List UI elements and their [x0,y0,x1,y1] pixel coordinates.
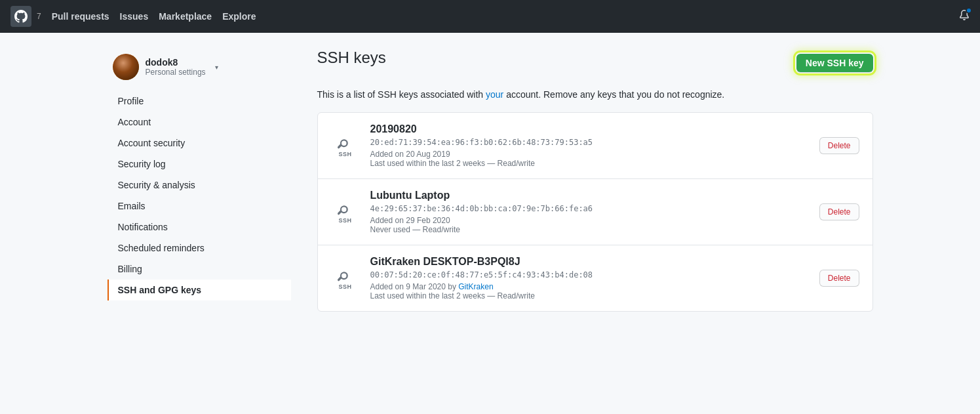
page-header-row: SSH keys New SSH key [317,49,873,77]
table-row: SSH 20190820 20:ed:71:39:54:ea:96:f3:b0:… [318,113,872,179]
top-navigation: 7 Pull requests Issues Marketplace Explo… [0,0,980,33]
ssh-key-info-2: Lubuntu Laptop 4e:29:65:37:be:36:4d:0b:b… [370,190,809,234]
sidebar-subtitle: Personal settings [146,68,206,77]
ssh-key-name-1: 20190820 [370,123,809,135]
notification-badge [966,7,972,14]
ssh-key-lastused-3: Last used within the last 2 weeks — Read… [370,291,535,300]
sidebar-item-billing[interactable]: Billing [108,259,291,279]
sidebar-item-profile[interactable]: Profile [108,91,291,112]
issues-link[interactable]: Issues [120,11,149,22]
sidebar-item-scheduled-reminders-link[interactable]: Scheduled reminders [108,238,291,259]
ssh-badge-3: SSH [338,283,351,290]
ssh-keys-list: SSH 20190820 20:ed:71:39:54:ea:96:f3:b0:… [317,112,873,312]
ssh-key-meta-1: Added on 20 Aug 2019 Last used within th… [370,150,809,168]
ssh-key-lastused-1: Last used within the last 2 weeks — Read… [370,159,535,168]
ssh-key-name-3: GitKraken DESKTOP-B3PQI8J [370,256,809,268]
sidebar-item-emails[interactable]: Emails [108,196,291,217]
ssh-key-added-1: Added on 20 Aug 2019 [370,150,450,159]
new-ssh-key-button[interactable]: New SSH key [796,54,873,72]
page-description: This is a list of SSH keys associated wi… [317,88,873,102]
ssh-key-fingerprint-1: 20:ed:71:39:54:ea:96:f3:b0:62:6b:48:73:7… [370,138,809,147]
sidebar-item-profile-link[interactable]: Profile [108,91,291,112]
sidebar-item-scheduled-reminders[interactable]: Scheduled reminders [108,238,291,259]
ssh-key-info-1: 20190820 20:ed:71:39:54:ea:96:f3:b0:62:6… [370,123,809,168]
logo-box [10,6,31,27]
sidebar-item-notifications[interactable]: Notifications [108,217,291,238]
sidebar-item-account-link[interactable]: Account [108,112,291,133]
your-account-link[interactable]: your [486,89,503,100]
sidebar-item-ssh-gpg-keys-link[interactable]: SSH and GPG keys [108,279,291,300]
sidebar-item-emails-link[interactable]: Emails [108,196,291,217]
ssh-key-added-3: Added on 9 Mar 2020 by GitKraken [370,282,494,291]
ssh-badge-2: SSH [338,217,351,224]
ssh-key-fingerprint-3: 00:07:5d:20:ce:0f:48:77:e5:5f:c4:93:43:b… [370,270,809,279]
ssh-key-icon-3: SSH [331,266,360,290]
sidebar-user: dodok8 Personal settings ▾ [108,49,291,91]
explore-link[interactable]: Explore [222,11,256,22]
ssh-key-added-2: Added on 29 Feb 2020 [370,216,450,225]
marketplace-link[interactable]: Marketplace [159,11,212,22]
page-title: SSH keys [317,49,386,67]
sidebar-item-ssh-gpg-keys[interactable]: SSH and GPG keys [108,279,291,300]
sidebar-item-account-security[interactable]: Account security [108,133,291,154]
notifications-bell[interactable] [959,10,970,24]
sidebar-navigation: Profile Account Account security Securit… [108,91,291,300]
ssh-key-icon-2: SSH [331,200,360,224]
delete-button-1[interactable]: Delete [819,137,859,154]
sidebar-item-account-security-link[interactable]: Account security [108,133,291,154]
gitkraken-link[interactable]: GitKraken [458,282,493,291]
table-row: SSH Lubuntu Laptop 4e:29:65:37:be:36:4d:… [318,179,872,245]
ssh-key-fingerprint-2: 4e:29:65:37:be:36:4d:0b:bb:ca:07:9e:7b:6… [370,204,809,213]
avatar [113,54,139,80]
sidebar-item-account[interactable]: Account [108,112,291,133]
ssh-key-meta-3: Added on 9 Mar 2020 by GitKraken Last us… [370,282,809,300]
sidebar-item-billing-link[interactable]: Billing [108,259,291,279]
main-content: SSH keys New SSH key This is a list of S… [291,49,873,312]
sidebar-item-security-log-link[interactable]: Security log [108,154,291,175]
ssh-key-meta-2: Added on 29 Feb 2020 Never used — Read/w… [370,216,809,234]
sidebar: dodok8 Personal settings ▾ Profile Accou… [108,49,291,312]
ssh-key-icon-1: SSH [331,134,360,157]
table-row: SSH GitKraken DESKTOP-B3PQI8J 00:07:5d:2… [318,245,872,311]
ssh-key-lastused-2: Never used — Read/write [370,225,460,234]
delete-button-2[interactable]: Delete [819,203,859,220]
chevron-down-icon[interactable]: ▾ [215,64,218,71]
delete-button-3[interactable]: Delete [819,270,859,287]
logo-area: 7 [10,6,41,27]
pull-requests-link[interactable]: Pull requests [52,11,109,22]
ssh-key-name-2: Lubuntu Laptop [370,190,809,201]
sidebar-item-notifications-link[interactable]: Notifications [108,217,291,238]
sidebar-item-security-analysis[interactable]: Security & analysis [108,175,291,196]
ssh-badge-1: SSH [338,151,351,157]
sidebar-item-security-log[interactable]: Security log [108,154,291,175]
ssh-key-info-3: GitKraken DESKTOP-B3PQI8J 00:07:5d:20:ce… [370,256,809,300]
logo-number: 7 [37,12,41,21]
sidebar-username: dodok8 [146,57,206,68]
page-layout: dodok8 Personal settings ▾ Profile Accou… [97,49,884,312]
sidebar-item-security-analysis-link[interactable]: Security & analysis [108,175,291,196]
